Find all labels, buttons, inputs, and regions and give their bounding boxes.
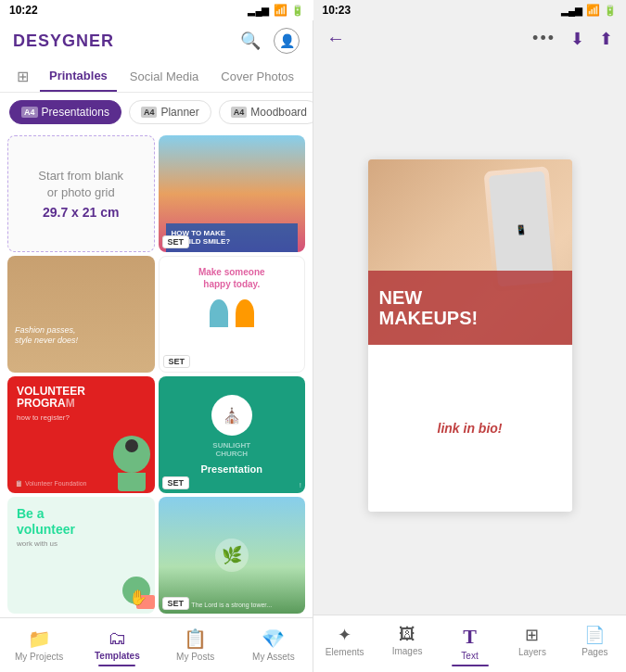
right-signal-icon: ▂▄▆ [561,6,582,16]
design-canvas[interactable]: 📱 NEW MAKEUPS! link in bio! [368,159,572,512]
pages-label: Pages [581,647,607,657]
be-volunteer-text: Be avolunteer [17,506,146,538]
blank-card-text: Start from blankor photo grid [38,168,123,201]
template-grid: Start from blankor photo grid 29.7 x 21 … [0,132,313,617]
back-button[interactable]: ← [326,28,345,49]
pill-planner[interactable]: A4 Planner [129,100,211,124]
canvas-title-line1: NEW [379,287,423,308]
bottom-nav-left: 📁 My Projects 🗂 Templates 📋 My Posts 💎 M… [0,617,313,672]
template-card-1[interactable]: HOW TO MAKEA CHILD SMILE? SET [159,135,306,252]
rnav-text[interactable]: T Text [439,621,501,670]
tab-cover-photos[interactable]: Cover Photos [211,62,303,91]
filter-pills: A4 Presentations A4 Planner A4 Moodboard [0,93,313,132]
right-time: 10:23 [323,4,351,17]
my-assets-icon: 💎 [262,628,285,650]
templates-icon: 🗂 [108,628,126,649]
canvas-area: 📱 NEW MAKEUPS! link in bio! [313,57,626,615]
main-container: DESYGNER 🔍 👤 ⊞ Printables Social Media C… [0,20,626,672]
card1-text: HOW TO MAKEA CHILD SMILE? [172,229,293,247]
pages-icon: 📄 [584,625,605,645]
rnav-pages[interactable]: 📄 Pages [564,621,626,670]
right-panel: ← ••• ⬇ ⬆ 📱 NEW MA [313,20,626,672]
set-badge-5: SET [162,476,190,489]
right-battery-icon: 🔋 [604,5,617,17]
grid-view-icon[interactable]: ⊞ [9,62,36,91]
tab-social-media[interactable]: Social Media [121,62,208,91]
tab-printables[interactable]: Printables [40,61,117,92]
set-badge-7: SET [162,597,190,610]
my-posts-icon: 📋 [184,628,207,650]
rnav-layers[interactable]: ⊞ Layers [501,621,563,670]
left-status-bar: 10:22 ▂▄▆ 📶 🔋 [0,0,313,20]
canvas-bottom: link in bio! [368,345,572,512]
volunteer-sub: how to register? [17,413,146,422]
status-bars: 10:22 ▂▄▆ 📶 🔋 10:23 ▂▄▆ 📶 🔋 [0,0,626,20]
template-card-be-volunteer[interactable]: Be avolunteer work with us ✋ [7,497,155,614]
pill-label-presentations: Presentations [42,106,109,119]
set-badge-3: SET [163,355,191,368]
app-logo: DESYGNER [13,32,114,51]
more-options-icon[interactable]: ••• [532,29,556,48]
text-icon: T [463,625,477,649]
my-posts-label: My Posts [176,652,214,662]
pill-prefix-presentations: A4 [21,107,38,118]
layers-icon: ⊞ [525,625,539,645]
elements-icon: ✦ [338,625,351,645]
left-signal-icon: ▂▄▆ [248,6,269,16]
nav-tabs: ⊞ Printables Social Media Cover Photos A… [0,61,313,93]
nav-my-posts[interactable]: 📋 My Posts [157,624,235,670]
template-card-happy[interactable]: Make someonehappy today. SET [159,256,306,373]
left-panel: DESYGNER 🔍 👤 ⊞ Printables Social Media C… [0,20,313,672]
right-wifi-icon: 📶 [586,4,600,17]
fashion-text: Fashion passes,style never does! [15,325,78,347]
blank-card-size: 29.7 x 21 cm [43,205,120,220]
share-icon[interactable]: ⬆ [599,29,613,49]
nav-my-assets[interactable]: 💎 My Assets [235,624,313,670]
rnav-images[interactable]: 🖼 Images [376,621,438,670]
nav-templates[interactable]: 🗂 Templates [78,624,156,670]
template-card-grass[interactable]: 🌿 The Lord is a strong tower... SET [159,497,306,614]
canvas-top-photo: 📱 NEW MAKEUPS! [368,159,572,345]
template-card-fashion[interactable]: Fashion passes,style never does! [7,256,155,373]
church-text: Presentation [200,463,262,475]
set-badge-1: SET [162,235,190,248]
my-assets-label: My Assets [252,652,295,662]
left-battery-icon: 🔋 [291,5,304,17]
pill-label-moodboard: Moodboard [250,106,307,119]
pill-prefix-moodboard: A4 [231,107,248,118]
text-label: Text [461,651,478,661]
images-icon: 🖼 [399,625,415,644]
canvas-link-text: link in bio! [438,421,503,436]
blank-template-card[interactable]: Start from blankor photo grid 29.7 x 21 … [7,135,155,252]
pill-moodboard[interactable]: A4 Moodboard [219,100,313,124]
left-header: DESYGNER 🔍 👤 [0,20,313,61]
canvas-title-line2: MAKEUPS! [379,308,479,328]
download-icon[interactable]: ⬇ [570,29,584,49]
nav-my-projects[interactable]: 📁 My Projects [0,624,78,670]
bottom-nav-right: ✦ Elements 🖼 Images T Text ⊞ Layers 📄 Pa… [313,615,626,672]
templates-active-indicator [98,665,135,666]
right-status-bar: 10:23 ▂▄▆ 📶 🔋 [313,0,627,20]
search-icon[interactable]: 🔍 [240,31,261,51]
happy-title: Make someonehappy today. [169,266,296,290]
canvas-red-bar: NEW MAKEUPS! [368,271,572,345]
rnav-elements[interactable]: ✦ Elements [313,621,376,670]
template-card-volunteer[interactable]: VOLUNTEERPROGRAM how to register? 📋 Volu… [7,376,155,493]
text-active-indicator [452,665,489,666]
layers-label: Layers [518,647,546,657]
pill-label-planner: Planner [160,106,198,119]
my-projects-icon: 📁 [28,628,51,650]
right-header: ← ••• ⬇ ⬆ [313,20,626,57]
template-card-church[interactable]: ⛪ SUNLIGHTCHURCH Presentation SET ! [159,376,306,493]
profile-icon[interactable]: 👤 [274,28,300,54]
elements-label: Elements [326,647,364,657]
left-wifi-icon: 📶 [274,4,287,17]
left-time: 10:22 [9,4,38,17]
images-label: Images [392,646,423,656]
templates-label: Templates [95,651,140,661]
volunteer-title: VOLUNTEERPROGRAM [17,386,146,410]
header-icons: 🔍 👤 [240,28,300,54]
right-header-actions: ••• ⬇ ⬆ [532,29,613,49]
pill-presentations[interactable]: A4 Presentations [9,100,121,124]
pill-prefix-planner: A4 [141,107,158,118]
